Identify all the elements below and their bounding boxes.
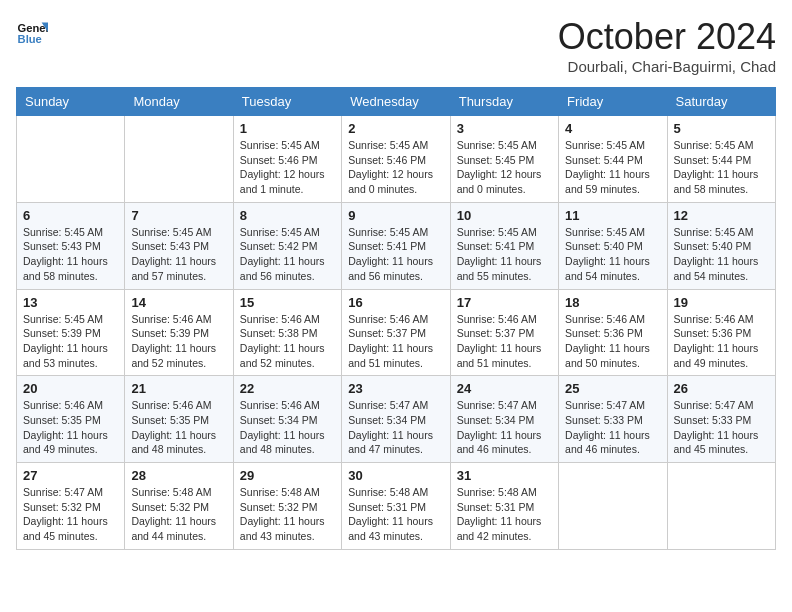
day-cell: 31Sunrise: 5:48 AM Sunset: 5:31 PM Dayli… bbox=[450, 463, 558, 550]
day-cell: 30Sunrise: 5:48 AM Sunset: 5:31 PM Dayli… bbox=[342, 463, 450, 550]
day-number: 20 bbox=[23, 381, 118, 396]
day-number: 26 bbox=[674, 381, 769, 396]
day-header-saturday: Saturday bbox=[667, 88, 775, 116]
day-number: 11 bbox=[565, 208, 660, 223]
day-cell: 28Sunrise: 5:48 AM Sunset: 5:32 PM Dayli… bbox=[125, 463, 233, 550]
day-info: Sunrise: 5:45 AM Sunset: 5:40 PM Dayligh… bbox=[674, 225, 769, 284]
day-number: 2 bbox=[348, 121, 443, 136]
day-cell: 8Sunrise: 5:45 AM Sunset: 5:42 PM Daylig… bbox=[233, 202, 341, 289]
day-info: Sunrise: 5:46 AM Sunset: 5:37 PM Dayligh… bbox=[348, 312, 443, 371]
day-cell: 3Sunrise: 5:45 AM Sunset: 5:45 PM Daylig… bbox=[450, 116, 558, 203]
day-number: 12 bbox=[674, 208, 769, 223]
subtitle: Dourbali, Chari-Baguirmi, Chad bbox=[558, 58, 776, 75]
week-row-2: 6Sunrise: 5:45 AM Sunset: 5:43 PM Daylig… bbox=[17, 202, 776, 289]
day-number: 3 bbox=[457, 121, 552, 136]
day-number: 16 bbox=[348, 295, 443, 310]
day-cell: 18Sunrise: 5:46 AM Sunset: 5:36 PM Dayli… bbox=[559, 289, 667, 376]
day-cell: 29Sunrise: 5:48 AM Sunset: 5:32 PM Dayli… bbox=[233, 463, 341, 550]
day-cell: 9Sunrise: 5:45 AM Sunset: 5:41 PM Daylig… bbox=[342, 202, 450, 289]
day-cell: 24Sunrise: 5:47 AM Sunset: 5:34 PM Dayli… bbox=[450, 376, 558, 463]
day-info: Sunrise: 5:46 AM Sunset: 5:34 PM Dayligh… bbox=[240, 398, 335, 457]
day-info: Sunrise: 5:45 AM Sunset: 5:46 PM Dayligh… bbox=[240, 138, 335, 197]
day-info: Sunrise: 5:45 AM Sunset: 5:43 PM Dayligh… bbox=[131, 225, 226, 284]
day-number: 31 bbox=[457, 468, 552, 483]
day-cell: 11Sunrise: 5:45 AM Sunset: 5:40 PM Dayli… bbox=[559, 202, 667, 289]
day-number: 4 bbox=[565, 121, 660, 136]
day-info: Sunrise: 5:45 AM Sunset: 5:41 PM Dayligh… bbox=[457, 225, 552, 284]
day-info: Sunrise: 5:47 AM Sunset: 5:34 PM Dayligh… bbox=[457, 398, 552, 457]
day-header-sunday: Sunday bbox=[17, 88, 125, 116]
day-info: Sunrise: 5:45 AM Sunset: 5:46 PM Dayligh… bbox=[348, 138, 443, 197]
day-number: 25 bbox=[565, 381, 660, 396]
day-info: Sunrise: 5:47 AM Sunset: 5:33 PM Dayligh… bbox=[565, 398, 660, 457]
day-cell: 1Sunrise: 5:45 AM Sunset: 5:46 PM Daylig… bbox=[233, 116, 341, 203]
day-number: 14 bbox=[131, 295, 226, 310]
day-info: Sunrise: 5:46 AM Sunset: 5:35 PM Dayligh… bbox=[131, 398, 226, 457]
week-row-4: 20Sunrise: 5:46 AM Sunset: 5:35 PM Dayli… bbox=[17, 376, 776, 463]
week-row-5: 27Sunrise: 5:47 AM Sunset: 5:32 PM Dayli… bbox=[17, 463, 776, 550]
day-info: Sunrise: 5:46 AM Sunset: 5:36 PM Dayligh… bbox=[674, 312, 769, 371]
day-number: 6 bbox=[23, 208, 118, 223]
day-header-wednesday: Wednesday bbox=[342, 88, 450, 116]
day-number: 5 bbox=[674, 121, 769, 136]
day-info: Sunrise: 5:45 AM Sunset: 5:40 PM Dayligh… bbox=[565, 225, 660, 284]
day-cell: 15Sunrise: 5:46 AM Sunset: 5:38 PM Dayli… bbox=[233, 289, 341, 376]
calendar-header: SundayMondayTuesdayWednesdayThursdayFrid… bbox=[17, 88, 776, 116]
day-number: 13 bbox=[23, 295, 118, 310]
day-info: Sunrise: 5:45 AM Sunset: 5:45 PM Dayligh… bbox=[457, 138, 552, 197]
day-info: Sunrise: 5:47 AM Sunset: 5:34 PM Dayligh… bbox=[348, 398, 443, 457]
day-header-tuesday: Tuesday bbox=[233, 88, 341, 116]
day-cell: 5Sunrise: 5:45 AM Sunset: 5:44 PM Daylig… bbox=[667, 116, 775, 203]
main-title: October 2024 bbox=[558, 16, 776, 58]
page-header: General Blue October 2024 Dourbali, Char… bbox=[16, 16, 776, 75]
day-cell: 26Sunrise: 5:47 AM Sunset: 5:33 PM Dayli… bbox=[667, 376, 775, 463]
day-info: Sunrise: 5:46 AM Sunset: 5:37 PM Dayligh… bbox=[457, 312, 552, 371]
day-number: 24 bbox=[457, 381, 552, 396]
day-header-friday: Friday bbox=[559, 88, 667, 116]
day-number: 1 bbox=[240, 121, 335, 136]
day-cell: 13Sunrise: 5:45 AM Sunset: 5:39 PM Dayli… bbox=[17, 289, 125, 376]
day-info: Sunrise: 5:45 AM Sunset: 5:43 PM Dayligh… bbox=[23, 225, 118, 284]
day-number: 21 bbox=[131, 381, 226, 396]
day-info: Sunrise: 5:46 AM Sunset: 5:36 PM Dayligh… bbox=[565, 312, 660, 371]
day-number: 19 bbox=[674, 295, 769, 310]
day-cell: 20Sunrise: 5:46 AM Sunset: 5:35 PM Dayli… bbox=[17, 376, 125, 463]
day-number: 23 bbox=[348, 381, 443, 396]
day-cell: 25Sunrise: 5:47 AM Sunset: 5:33 PM Dayli… bbox=[559, 376, 667, 463]
title-section: October 2024 Dourbali, Chari-Baguirmi, C… bbox=[558, 16, 776, 75]
week-row-3: 13Sunrise: 5:45 AM Sunset: 5:39 PM Dayli… bbox=[17, 289, 776, 376]
day-info: Sunrise: 5:48 AM Sunset: 5:31 PM Dayligh… bbox=[348, 485, 443, 544]
day-info: Sunrise: 5:45 AM Sunset: 5:41 PM Dayligh… bbox=[348, 225, 443, 284]
day-header-thursday: Thursday bbox=[450, 88, 558, 116]
day-number: 29 bbox=[240, 468, 335, 483]
day-cell: 22Sunrise: 5:46 AM Sunset: 5:34 PM Dayli… bbox=[233, 376, 341, 463]
calendar-body: 1Sunrise: 5:45 AM Sunset: 5:46 PM Daylig… bbox=[17, 116, 776, 550]
day-cell: 14Sunrise: 5:46 AM Sunset: 5:39 PM Dayli… bbox=[125, 289, 233, 376]
day-cell: 17Sunrise: 5:46 AM Sunset: 5:37 PM Dayli… bbox=[450, 289, 558, 376]
day-number: 30 bbox=[348, 468, 443, 483]
day-cell: 19Sunrise: 5:46 AM Sunset: 5:36 PM Dayli… bbox=[667, 289, 775, 376]
day-number: 9 bbox=[348, 208, 443, 223]
week-row-1: 1Sunrise: 5:45 AM Sunset: 5:46 PM Daylig… bbox=[17, 116, 776, 203]
day-cell: 23Sunrise: 5:47 AM Sunset: 5:34 PM Dayli… bbox=[342, 376, 450, 463]
day-cell bbox=[559, 463, 667, 550]
day-cell: 7Sunrise: 5:45 AM Sunset: 5:43 PM Daylig… bbox=[125, 202, 233, 289]
day-cell: 12Sunrise: 5:45 AM Sunset: 5:40 PM Dayli… bbox=[667, 202, 775, 289]
day-number: 7 bbox=[131, 208, 226, 223]
day-number: 15 bbox=[240, 295, 335, 310]
day-info: Sunrise: 5:47 AM Sunset: 5:33 PM Dayligh… bbox=[674, 398, 769, 457]
day-info: Sunrise: 5:45 AM Sunset: 5:42 PM Dayligh… bbox=[240, 225, 335, 284]
svg-text:Blue: Blue bbox=[18, 33, 42, 45]
day-info: Sunrise: 5:45 AM Sunset: 5:39 PM Dayligh… bbox=[23, 312, 118, 371]
day-number: 28 bbox=[131, 468, 226, 483]
day-cell: 6Sunrise: 5:45 AM Sunset: 5:43 PM Daylig… bbox=[17, 202, 125, 289]
logo-icon: General Blue bbox=[16, 16, 48, 48]
day-cell bbox=[125, 116, 233, 203]
day-info: Sunrise: 5:46 AM Sunset: 5:39 PM Dayligh… bbox=[131, 312, 226, 371]
day-number: 17 bbox=[457, 295, 552, 310]
day-cell: 2Sunrise: 5:45 AM Sunset: 5:46 PM Daylig… bbox=[342, 116, 450, 203]
day-number: 18 bbox=[565, 295, 660, 310]
days-of-week-row: SundayMondayTuesdayWednesdayThursdayFrid… bbox=[17, 88, 776, 116]
day-info: Sunrise: 5:46 AM Sunset: 5:38 PM Dayligh… bbox=[240, 312, 335, 371]
calendar-table: SundayMondayTuesdayWednesdayThursdayFrid… bbox=[16, 87, 776, 550]
